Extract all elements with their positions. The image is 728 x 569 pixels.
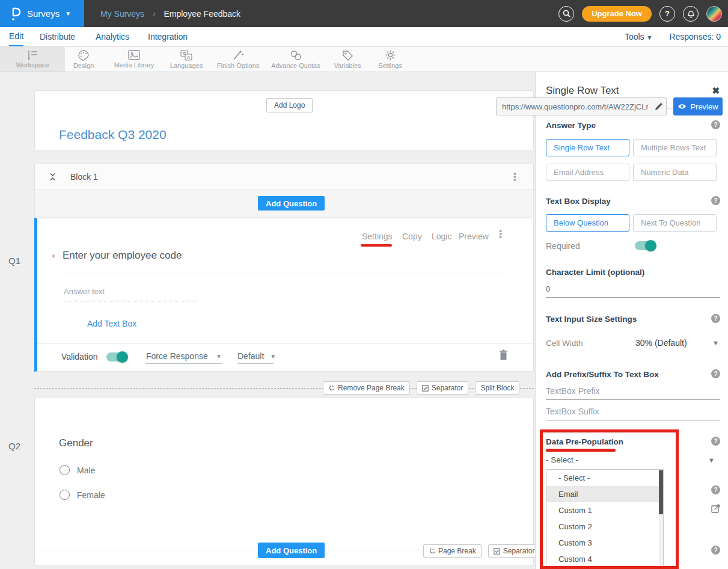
q1-menu-button[interactable]: ••• xyxy=(499,229,502,238)
block-menu-button[interactable]: ••• xyxy=(513,172,516,181)
tab-distribute[interactable]: Distribute xyxy=(40,27,75,46)
breadcrumb: My Surveys › Employee Feedback xyxy=(100,0,240,27)
translate-icon: A xyxy=(180,50,192,61)
toolbar-item-settings[interactable]: Settings xyxy=(369,47,411,72)
dropdown-option-custom2[interactable]: Custom 2 xyxy=(546,518,663,535)
survey-header-card: Add Logo Feedback Q3 2020 xyxy=(34,90,534,150)
add-question-button-q2[interactable]: Add Question xyxy=(258,543,325,558)
cell-width-select[interactable]: 30% (Default) xyxy=(635,338,687,348)
validation-default-select[interactable]: Default ▼ xyxy=(237,351,274,364)
q1-tab-copy[interactable]: Copy xyxy=(402,232,422,241)
breadcrumb-my-surveys[interactable]: My Surveys xyxy=(100,9,144,19)
radio-male[interactable] xyxy=(60,465,70,475)
split-block-button[interactable]: Split Block xyxy=(475,381,519,395)
char-limit-input[interactable] xyxy=(546,284,720,298)
gear-icon xyxy=(385,49,396,61)
text-box-display-help-icon[interactable]: ? xyxy=(711,196,720,205)
textbox-suffix-input[interactable] xyxy=(546,407,720,420)
answer-type-single-row[interactable]: Single Row Text xyxy=(546,139,629,156)
data-pre-population-select[interactable]: - Select - ▼ xyxy=(546,455,664,464)
data-pre-population-help-icon[interactable]: ? xyxy=(711,437,720,446)
cell-width-label: Cell Width xyxy=(546,339,583,348)
radio-female[interactable] xyxy=(60,490,70,500)
dropdown-option-email[interactable]: Email xyxy=(546,486,663,502)
q1-tab-logic[interactable]: Logic xyxy=(432,232,451,241)
required-toggle[interactable] xyxy=(635,241,655,250)
tab-integration[interactable]: Integration xyxy=(148,27,188,46)
delete-question-button[interactable] xyxy=(499,349,508,360)
block-name[interactable]: Block 1 xyxy=(70,172,98,182)
questionpro-logo-icon xyxy=(10,6,22,22)
separator-button[interactable]: Separator xyxy=(417,381,469,395)
textbox-prefix-input[interactable] xyxy=(546,386,720,400)
responses-count[interactable]: Responses: 0 xyxy=(669,32,721,42)
dropdown-option-select[interactable]: - Select - xyxy=(546,470,663,486)
separator-button-q2[interactable]: Separator xyxy=(488,544,540,558)
toolbar-item-languages[interactable]: A Languages xyxy=(164,47,209,72)
q1-text[interactable]: Enter your employee code xyxy=(63,250,182,262)
add-logo-button[interactable]: Add Logo xyxy=(266,98,313,112)
dropdown-option-custom1[interactable]: Custom 1 xyxy=(546,502,663,518)
page-break-button[interactable]: Page Break xyxy=(423,544,482,558)
answer-type-email[interactable]: Email Address xyxy=(546,164,629,181)
page-break-icon xyxy=(328,385,335,392)
dropdown-option-custom3[interactable]: Custom 3 xyxy=(546,535,663,551)
display-below-question[interactable]: Below Question xyxy=(546,214,629,232)
survey-title[interactable]: Feedback Q3 2020 xyxy=(59,128,167,142)
tab-analytics[interactable]: Analytics xyxy=(96,27,129,46)
product-switcher[interactable]: Surveys ▼ xyxy=(0,0,84,27)
q1-tab-preview[interactable]: Preview xyxy=(459,232,489,241)
text-input-size-help-icon[interactable]: ? xyxy=(711,314,720,323)
hidden-section2-help-icon[interactable]: ? xyxy=(711,546,720,555)
close-icon[interactable]: ✖ xyxy=(712,85,720,96)
remove-page-break-button[interactable]: Remove Page Break xyxy=(323,381,410,395)
notifications-button[interactable] xyxy=(683,6,699,22)
search-icon xyxy=(563,10,570,17)
question-number-q1: Q1 xyxy=(8,256,20,266)
avatar[interactable] xyxy=(706,6,722,22)
help-button[interactable]: ? xyxy=(659,6,675,22)
q1-tab-settings[interactable]: Settings xyxy=(362,232,393,241)
force-response-select[interactable]: Force Response ▼ xyxy=(146,351,222,364)
answer-type-help-icon[interactable]: ? xyxy=(711,120,720,129)
hidden-section-help-icon[interactable]: ? xyxy=(711,485,720,494)
dropdown-option-custom4[interactable]: Custom 4 xyxy=(546,551,663,567)
edit-toolbar: Workspace Design Media Library A Languag… xyxy=(0,47,728,72)
chevron-down-icon[interactable]: ▼ xyxy=(712,339,719,346)
tools-menu[interactable]: Tools ▼ xyxy=(625,32,652,42)
char-limit-label: Character Limit (optional) xyxy=(546,268,644,277)
open-external-button[interactable] xyxy=(711,504,720,513)
page-break-icon xyxy=(429,548,435,555)
tag-icon xyxy=(342,50,353,61)
edit-url-button[interactable] xyxy=(650,98,666,115)
survey-nav: Edit Distribute Analytics Integration To… xyxy=(0,27,728,47)
toolbar-item-workspace[interactable]: Workspace xyxy=(0,47,65,72)
validation-toggle[interactable] xyxy=(106,352,127,361)
add-text-box-link[interactable]: Add Text Box xyxy=(87,319,136,328)
add-question-button[interactable]: Add Question xyxy=(258,196,325,211)
scrollbar-thumb[interactable] xyxy=(659,470,663,514)
upgrade-now-button[interactable]: Upgrade Now xyxy=(582,6,652,22)
workspace-icon xyxy=(26,50,39,60)
prefix-suffix-help-icon[interactable]: ? xyxy=(711,369,720,378)
answer-type-label: Answer Type xyxy=(546,121,596,130)
answer-text-input[interactable] xyxy=(64,287,198,301)
dropdown-scrollbar[interactable] xyxy=(659,470,663,567)
search-button[interactable] xyxy=(558,6,574,22)
q2-text[interactable]: Gender xyxy=(59,437,93,449)
pencil-icon xyxy=(655,103,662,111)
toolbar-item-advance-quotas[interactable]: Advance Quotas xyxy=(266,47,326,72)
answer-type-multiple-rows[interactable]: Multiple Rows Text xyxy=(633,139,717,156)
survey-url-field xyxy=(496,97,667,115)
toolbar-item-variables[interactable]: Variables xyxy=(326,47,369,72)
preview-button[interactable]: Preview xyxy=(673,97,723,115)
answer-type-numeric[interactable]: Numeric Data xyxy=(633,164,717,181)
display-next-to-question[interactable]: Next To Question xyxy=(633,214,717,232)
toolbar-item-design[interactable]: Design xyxy=(65,47,102,72)
toolbar-item-media-library[interactable]: Media Library xyxy=(106,47,162,72)
collapse-block-button[interactable] xyxy=(49,173,56,181)
toolbar-item-finish-options[interactable]: Finish Options xyxy=(210,47,266,72)
tab-edit[interactable]: Edit xyxy=(9,27,23,46)
survey-url-input[interactable] xyxy=(497,102,650,111)
breadcrumb-separator: › xyxy=(153,9,155,18)
